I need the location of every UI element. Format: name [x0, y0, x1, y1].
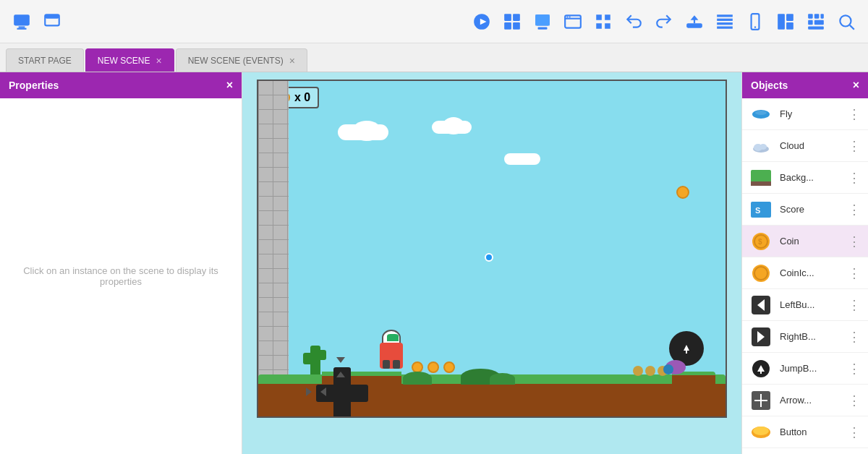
blue-ball — [663, 364, 673, 374]
properties-placeholder: Click on an instance on the scene to dis… — [14, 265, 227, 287]
svg-rect-9 — [504, 22, 511, 30]
object-item-arrow[interactable]: Arrow... ⋮ — [742, 385, 868, 416]
object-item-cloud[interactable]: Cloud ⋮ — [742, 130, 868, 162]
objects-title: Objects — [751, 80, 788, 91]
svg-rect-1 — [19, 26, 25, 27]
table-icon[interactable] — [712, 9, 738, 35]
svg-rect-32 — [808, 26, 824, 29]
player-visor — [387, 334, 399, 341]
panel-icon[interactable] — [773, 9, 799, 35]
object-item-rightbtn[interactable]: RightB... ⋮ — [742, 321, 868, 353]
svg-rect-0 — [14, 14, 30, 25]
player-body — [380, 343, 403, 369]
coinlc-icon — [749, 262, 773, 285]
tab-start-page[interactable]: START PAGE — [6, 48, 84, 72]
svg-point-15 — [566, 16, 568, 17]
undo-icon[interactable] — [621, 9, 647, 35]
scene-icon[interactable] — [560, 9, 586, 35]
export-icon[interactable] — [529, 9, 556, 35]
svg-rect-24 — [778, 14, 785, 30]
object-arrow-menu[interactable]: ⋮ — [848, 393, 861, 408]
play-icon[interactable] — [469, 9, 495, 35]
svg-rect-43 — [751, 202, 771, 218]
object-item-coin[interactable]: $ Coin ⋮ — [742, 226, 868, 257]
tab-new-scene-events-label: NEW SCENE (EVENTS) — [188, 56, 284, 66]
redo-icon[interactable] — [651, 9, 677, 35]
fly-icon — [749, 103, 773, 126]
ground-coin-2 — [427, 361, 439, 373]
grid-icon[interactable] — [590, 9, 616, 35]
publish-icon[interactable] — [681, 9, 707, 35]
object-item-leftbtn[interactable]: LeftBu... ⋮ — [742, 289, 868, 321]
svg-text:$: $ — [758, 238, 762, 246]
object-coinlc-label: CoinIc... — [780, 267, 841, 278]
object-leftbtn-menu[interactable]: ⋮ — [848, 297, 861, 313]
coin-cluster — [633, 366, 668, 376]
window-icon[interactable] — [39, 9, 65, 35]
background-icon — [749, 166, 773, 189]
right-panel: Objects × Fly ⋮ Cloud ⋮ — [741, 72, 868, 454]
svg-rect-10 — [513, 22, 520, 30]
button-icon — [749, 421, 773, 444]
bush-1 — [403, 372, 432, 385]
object-jumpbtn-menu[interactable]: ⋮ — [848, 361, 861, 377]
object-item-jumpbtn[interactable]: JumpB... ⋮ — [742, 353, 868, 385]
selection-dot — [485, 253, 493, 262]
svg-rect-2 — [17, 27, 27, 29]
object-coinlc-menu[interactable]: ⋮ — [848, 265, 861, 281]
svg-rect-31 — [814, 20, 824, 25]
object-item-score[interactable]: S Score ⋮ — [742, 194, 868, 226]
scene-area[interactable]: x 0 — [242, 72, 741, 454]
object-button-label: Button — [780, 427, 841, 437]
tab-new-scene-close[interactable]: × — [156, 56, 162, 66]
svg-point-49 — [754, 267, 767, 280]
svg-point-37 — [755, 111, 767, 115]
object-item-background[interactable]: Backg... ⋮ — [742, 162, 868, 194]
objects-list: Fly ⋮ Cloud ⋮ Backg... ⋮ — [742, 98, 868, 454]
tabs-bar: START PAGE NEW SCENE × NEW SCENE (EVENTS… — [0, 43, 868, 72]
object-rightbtn-menu[interactable]: ⋮ — [848, 329, 861, 345]
object-score-menu[interactable]: ⋮ — [848, 202, 861, 218]
svg-point-33 — [840, 15, 851, 26]
main-layout: Properties × Click on an instance on the… — [0, 72, 868, 454]
cloud-1b — [352, 121, 381, 141]
rightbtn-icon — [749, 325, 773, 348]
object-coin-menu[interactable]: ⋮ — [848, 234, 861, 249]
object-rightbtn-label: RightB... — [780, 331, 841, 342]
object-item-fly[interactable]: Fly ⋮ — [742, 98, 868, 130]
svg-point-16 — [569, 16, 571, 17]
layout-icon[interactable] — [499, 9, 525, 35]
mobile-icon[interactable] — [742, 9, 768, 35]
cloud-3 — [504, 153, 540, 165]
object-cloud-menu[interactable]: ⋮ — [848, 138, 861, 154]
object-item-coinlc[interactable]: CoinIc... ⋮ — [742, 257, 868, 289]
tab-new-scene[interactable]: NEW SCENE × — [85, 48, 174, 72]
ground-coin-3 — [443, 361, 455, 373]
monitor-icon[interactable] — [9, 9, 35, 35]
tab-new-scene-events[interactable]: NEW SCENE (EVENTS) × — [176, 48, 307, 72]
object-coin-label: Coin — [780, 236, 841, 247]
search-icon[interactable] — [833, 9, 859, 35]
game-canvas: x 0 — [257, 80, 727, 418]
object-item-button[interactable]: Button ⋮ — [742, 416, 868, 448]
grid2-icon[interactable] — [803, 9, 829, 35]
properties-close-button[interactable]: × — [226, 79, 233, 92]
objects-close-button[interactable]: × — [853, 79, 859, 92]
tab-new-scene-events-close[interactable]: × — [289, 56, 295, 66]
tab-start-page-label: START PAGE — [18, 56, 72, 66]
dpad-left-arrow — [320, 387, 326, 396]
svg-point-60 — [753, 427, 769, 435]
object-background-label: Backg... — [780, 172, 841, 183]
svg-rect-19 — [717, 18, 733, 20]
object-background-menu[interactable]: ⋮ — [848, 170, 861, 186]
bush-3 — [490, 373, 515, 385]
svg-point-40 — [760, 144, 767, 150]
object-fly-menu[interactable]: ⋮ — [848, 106, 861, 122]
cactus — [310, 346, 320, 374]
object-button-menu[interactable]: ⋮ — [848, 424, 861, 440]
object-fly-label: Fly — [780, 108, 841, 119]
cloud-icon — [749, 134, 773, 158]
object-arrow-label: Arrow... — [780, 395, 841, 406]
svg-rect-7 — [504, 14, 511, 21]
svg-rect-27 — [808, 14, 813, 19]
